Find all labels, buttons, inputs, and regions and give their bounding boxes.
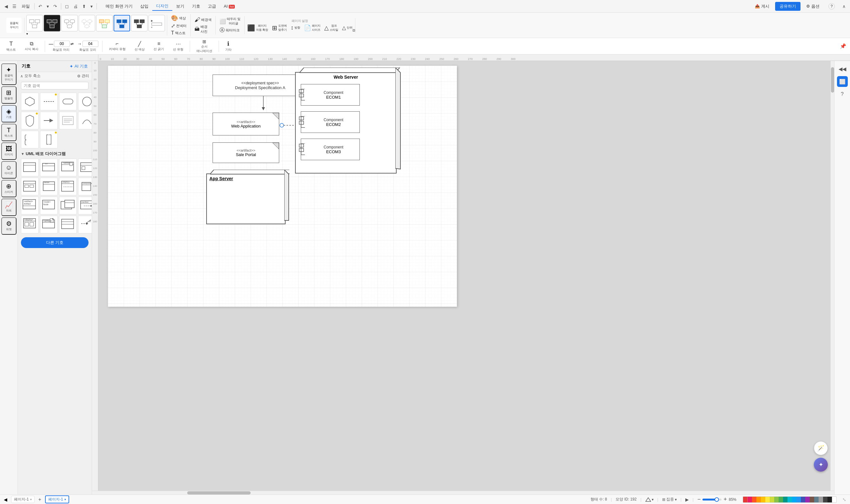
symbol-search-input[interactable] bbox=[21, 82, 89, 89]
save-button[interactable]: ◻ bbox=[63, 2, 71, 10]
style-scroll-btn[interactable]: ▾ bbox=[26, 32, 28, 36]
wand-button[interactable]: 🪄 bbox=[814, 441, 828, 455]
style-preset-7[interactable] bbox=[131, 15, 147, 31]
shape-circle[interactable] bbox=[78, 93, 92, 110]
menu-view[interactable]: 보기 bbox=[172, 2, 188, 11]
style-preset-4[interactable] bbox=[79, 15, 95, 31]
oneclick-style[interactable]: 원클릭꾸미기 bbox=[6, 18, 22, 33]
shape-rounded-rect[interactable] bbox=[59, 93, 77, 110]
zoom-slider-thumb[interactable] bbox=[714, 497, 719, 502]
text-style-button[interactable]: T 텍스트 bbox=[169, 30, 189, 36]
order-button[interactable]: ⊞ 순서애니메이션 bbox=[194, 38, 215, 55]
uml-shape-8[interactable]: component bbox=[78, 178, 92, 195]
sale-portal-shape[interactable]: <<artifact>> Sale Portal bbox=[213, 142, 279, 163]
deployment-spec-shape[interactable]: <<deployment spec>> Deployment Specifica… bbox=[213, 74, 308, 96]
app-server-shape[interactable]: App Server bbox=[206, 174, 286, 224]
resize-handle[interactable]: ⤡ bbox=[843, 497, 846, 502]
palette-swatch-grey[interactable] bbox=[819, 497, 823, 502]
palette-swatch-lime[interactable] bbox=[770, 497, 774, 502]
uml-shape-3[interactable]: «artifact» bbox=[59, 159, 77, 176]
ecom3-shape[interactable]: Component ECOM3 bbox=[301, 139, 360, 160]
line-type-button[interactable]: ⋯ 선 유형 bbox=[171, 40, 186, 53]
page-size-button[interactable]: 📄 페이지사이즈 bbox=[303, 23, 322, 33]
shape-hexagon[interactable] bbox=[21, 93, 39, 110]
web-application-shape[interactable]: <<artifact>> Web Application bbox=[213, 113, 279, 136]
style-preset-2[interactable] bbox=[44, 15, 60, 31]
page-tab-1[interactable]: 페이지-1 ▾ bbox=[11, 496, 35, 503]
sidebar-tab-text[interactable]: T 텍스트 bbox=[1, 124, 17, 141]
undo-button[interactable]: ↶ bbox=[36, 2, 44, 10]
ecom2-shape[interactable]: Component ECOM2 bbox=[301, 111, 360, 133]
right-collapse-button[interactable]: ◀◀ bbox=[837, 64, 848, 74]
palette-swatch-black[interactable] bbox=[828, 497, 832, 502]
uml-shape-9[interactable]: «artifact» Artifact bbox=[21, 197, 39, 214]
palette-swatch-indigo[interactable] bbox=[801, 497, 805, 502]
palette-swatch-light-green[interactable] bbox=[774, 497, 779, 502]
watermark-button[interactable]: Ⓐ 워터마크 bbox=[218, 26, 243, 34]
menu-ai[interactable]: AI hot bbox=[220, 2, 238, 10]
palette-swatch-red[interactable] bbox=[743, 497, 747, 502]
play-button[interactable]: ▶ bbox=[685, 497, 689, 502]
page-auto-expand-button[interactable]: ⬛ 페이지자동 확장 bbox=[246, 23, 270, 33]
palette-swatch-blue[interactable] bbox=[796, 497, 801, 502]
sidebar-tab-sticker[interactable]: ⊕ 스티커 bbox=[1, 180, 17, 197]
text-format-button[interactable]: T 텍스트 bbox=[4, 39, 18, 53]
h-scroll-thumb[interactable] bbox=[187, 491, 251, 494]
uml-shape-15[interactable] bbox=[59, 216, 77, 233]
web-server-shape[interactable]: Web Server Component ECOM1 bbox=[295, 72, 396, 174]
add-page-button[interactable]: + bbox=[38, 497, 41, 502]
uml-shape-13[interactable]: «deploy» bbox=[21, 216, 39, 233]
palette-swatch-brown[interactable] bbox=[810, 497, 814, 502]
uml-shape-6[interactable]: Server bbox=[40, 178, 58, 195]
style-preset-6[interactable] bbox=[113, 15, 130, 31]
page-settings-expand[interactable]: ⊡ bbox=[353, 29, 355, 32]
uml-shape-14[interactable]: «artifact» bbox=[40, 216, 58, 233]
toolbar-pin-button[interactable]: 📌 bbox=[840, 43, 846, 49]
style-preset-1[interactable] bbox=[26, 15, 43, 31]
palette-swatch-amber[interactable] bbox=[761, 497, 765, 502]
uml-shape-11[interactable] bbox=[59, 197, 77, 214]
shape-text-box[interactable] bbox=[59, 112, 77, 129]
palette-swatch-blue-grey[interactable] bbox=[814, 497, 819, 502]
v-scrollbar[interactable] bbox=[830, 61, 834, 491]
shape-curly-brace[interactable] bbox=[21, 131, 39, 148]
zoom-slider-track[interactable] bbox=[703, 499, 722, 501]
shape-shield[interactable] bbox=[21, 112, 39, 129]
options-button[interactable]: ⚙ 옵션 bbox=[803, 2, 823, 11]
palette-swatch-white[interactable] bbox=[832, 497, 836, 502]
color-button[interactable]: 🎨 색상 bbox=[169, 14, 189, 22]
hamburger-menu[interactable]: ☰ bbox=[11, 2, 18, 10]
sidebar-tab-widget[interactable]: ⚙ 위젯 bbox=[1, 217, 17, 235]
uml-shape-5[interactable] bbox=[21, 178, 39, 195]
sidebar-tab-image[interactable]: 🖼 이미지 bbox=[1, 142, 17, 160]
palette-swatch-teal[interactable] bbox=[783, 497, 787, 502]
print-button[interactable]: 🖨 bbox=[71, 2, 79, 10]
menu-main[interactable]: 메인 화면 가기 bbox=[102, 2, 137, 11]
palette-swatch-green[interactable] bbox=[779, 497, 783, 502]
menu-design[interactable]: 디자인 bbox=[152, 2, 172, 11]
uml-shape-4[interactable] bbox=[78, 159, 92, 176]
line-color-button[interactable]: ╱ 선 색상 bbox=[132, 40, 147, 53]
zoom-in-button[interactable]: + bbox=[723, 496, 727, 503]
back-button[interactable]: ◀ bbox=[2, 2, 10, 10]
uml-shape-12[interactable]: manifest bbox=[78, 197, 92, 214]
shape-arrow[interactable] bbox=[40, 112, 58, 129]
more-symbols-button[interactable]: 다른 기호 bbox=[21, 237, 89, 248]
focus-button[interactable]: ⊞ 집중 ▾ bbox=[662, 497, 677, 502]
file-menu[interactable]: 파일 bbox=[19, 2, 32, 11]
sidebar-tab-chart[interactable]: 📈 차트 bbox=[1, 199, 17, 216]
unit-button[interactable]: △ 단위 bbox=[341, 23, 354, 33]
palette-swatch-yellow[interactable] bbox=[765, 497, 770, 502]
uml-shape-10[interactable]: «node» Node bbox=[40, 197, 58, 214]
menu-advanced[interactable]: 고급 bbox=[204, 2, 220, 11]
connector-type-button[interactable]: ⌐ 커넥터 유형 bbox=[106, 40, 128, 53]
manage-button[interactable]: ⚙ 관리 bbox=[77, 73, 89, 79]
border-button[interactable]: ⬜ 테두리 및머리글 bbox=[218, 16, 243, 26]
post-button[interactable]: 📤 게시 bbox=[751, 2, 773, 11]
jump-style-button[interactable]: △ 점프스타일 bbox=[323, 23, 339, 33]
export-button[interactable]: ⬆ bbox=[80, 2, 88, 10]
shape-dashed-line[interactable] bbox=[40, 93, 58, 110]
arrow-tail-input[interactable] bbox=[83, 41, 99, 47]
bg-color-button[interactable]: 🖌 배경색 bbox=[193, 16, 214, 24]
uml-shape-1[interactable] bbox=[21, 159, 39, 176]
